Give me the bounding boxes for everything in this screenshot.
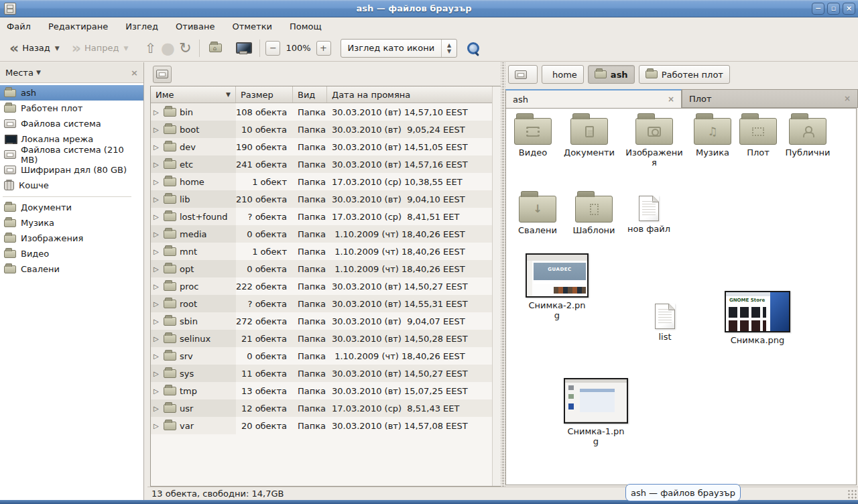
table-row[interactable]: ▷ tmp 13 обекта Папка 30.03.2010 (вт) 15…	[151, 382, 492, 399]
expander-icon[interactable]: ▷	[154, 318, 160, 325]
file-icon-item[interactable]: GUADEC Снимка-2.png	[525, 253, 589, 320]
table-row[interactable]: ▷ lost+found ? обекта Папка 17.03.2010 (…	[151, 208, 492, 225]
file-icon-item[interactable]: Видео	[513, 113, 553, 158]
pane-splitter[interactable]	[501, 62, 505, 487]
table-row[interactable]: ▷ mnt 1 обект Папка 1.10.2009 (чт) 18,40…	[151, 243, 492, 260]
expander-icon[interactable]: ▷	[154, 178, 160, 186]
home-button[interactable]: ⌂	[205, 42, 226, 54]
vertical-scrollbar[interactable]	[492, 86, 501, 486]
table-row[interactable]: ▷ lib 210 обекта Папка 30.03.2010 (вт) 9…	[151, 190, 492, 208]
zoom-out-button[interactable]: −	[265, 41, 280, 56]
file-icon-item[interactable]: Плот	[739, 113, 777, 158]
table-row[interactable]: ▷ sbin 272 обекта Папка 30.03.2010 (вт) …	[151, 312, 492, 330]
table-row[interactable]: ▷ home 1 обект Папка 17.03.2010 (ср) 10,…	[151, 173, 492, 190]
file-icon-item[interactable]: ♫ Музика	[690, 113, 735, 158]
sidebar-item[interactable]: ash	[0, 85, 143, 101]
expander-icon[interactable]: ▷	[154, 196, 160, 203]
table-row[interactable]: ▷ bin 108 обекта Папка 30.03.2010 (вт) 1…	[151, 103, 492, 121]
file-icon-item[interactable]: Изображения	[625, 113, 683, 168]
table-row[interactable]: ▷ root ? обекта Папка 30.03.2010 (вт) 14…	[151, 295, 492, 312]
menu-item[interactable]: Отиване	[176, 21, 214, 32]
maximize-button[interactable]: ▫	[827, 3, 840, 15]
expander-icon[interactable]: ▷	[154, 248, 160, 255]
expander-icon[interactable]: ▷	[154, 143, 160, 151]
tab[interactable]: Плот ×	[682, 89, 858, 108]
menu-item[interactable]: Изглед	[125, 21, 158, 32]
column-header-date[interactable]: Дата на промяна	[327, 86, 492, 103]
table-row[interactable]: ▷ sys 11 обекта Папка 30.03.2010 (вт) 14…	[151, 365, 492, 382]
file-icon-item[interactable]: ↓ Свалени	[515, 190, 560, 235]
view-mode-spinner-icon[interactable]: ▲▼	[442, 42, 456, 54]
expander-icon[interactable]: ▷	[154, 161, 160, 168]
computer-button[interactable]	[231, 40, 254, 56]
sidebar-item[interactable]: Документи	[0, 200, 143, 215]
path-button[interactable]: home	[542, 65, 584, 84]
sidebar-item[interactable]: Файлова система (210 MB)	[0, 147, 143, 162]
table-row[interactable]: ▷ var 20 обекта Папка 30.03.2010 (вт) 14…	[151, 417, 492, 434]
sidebar-item[interactable]: Работен плот	[0, 101, 143, 116]
column-header-size[interactable]: Размер	[236, 86, 293, 103]
sidebar-item[interactable]: Изображения	[0, 231, 143, 246]
back-dropdown-icon[interactable]: ▼	[55, 45, 60, 52]
expander-icon[interactable]: ▷	[154, 231, 160, 238]
places-selector[interactable]: Места	[5, 68, 34, 78]
taskbar-window-button[interactable]: ash — файлов браузър	[625, 484, 741, 501]
table-row[interactable]: ▷ srv 0 обекта Папка 1.10.2009 (чт) 18,4…	[151, 347, 492, 365]
reload-icon[interactable]: ↻	[176, 40, 194, 56]
sidebar-item[interactable]: Свалени	[0, 261, 143, 277]
back-button[interactable]: « Назад ▼	[5, 40, 64, 56]
file-icon-item[interactable]: Снимка-1.png	[562, 378, 629, 446]
places-chevron-icon[interactable]: ▼	[36, 69, 41, 76]
icon-view-canvas[interactable]: Видео Документи Изображения	[505, 108, 857, 485]
forward-button[interactable]: » Напред ▼	[68, 40, 133, 56]
file-icon-item[interactable]: list	[644, 300, 686, 342]
file-icon-item[interactable]: Публични	[782, 113, 833, 158]
sidebar-item[interactable]: Шифриран дял (80 GB)	[0, 162, 143, 178]
expander-icon[interactable]: ▷	[154, 370, 160, 377]
column-header-name[interactable]: Име ▼	[151, 86, 236, 103]
table-row[interactable]: ▷ proc 222 обекта Папка 30.03.2010 (вт) …	[151, 277, 492, 295]
menu-item[interactable]: Файл	[7, 21, 31, 32]
expander-icon[interactable]: ▷	[154, 422, 160, 430]
sidebar-item[interactable]: Кошче	[0, 178, 143, 193]
zoom-in-button[interactable]: +	[316, 41, 331, 56]
sidebar-item[interactable]: Видео	[0, 246, 143, 261]
menu-item[interactable]: Отметки	[232, 21, 271, 32]
expander-icon[interactable]: ▷	[154, 387, 160, 395]
table-row[interactable]: ▷ usr 12 обекта Папка 17.03.2010 (ср) 8,…	[151, 399, 492, 417]
expander-icon[interactable]: ▷	[154, 126, 160, 133]
close-button[interactable]: ×	[843, 3, 855, 15]
expander-icon[interactable]: ▷	[154, 109, 160, 116]
table-row[interactable]: ▷ boot 10 обекта Папка 30.03.2010 (вт) 9…	[151, 121, 492, 138]
file-icon-item[interactable]: нов файл	[627, 192, 671, 234]
menu-item[interactable]: Помощ	[290, 21, 322, 32]
table-row[interactable]: ▷ selinux 21 обекта Папка 30.03.2010 (вт…	[151, 330, 492, 347]
file-icon-item[interactable]: GNOME Store Снимка.png	[723, 291, 792, 345]
minimize-button[interactable]: −	[812, 3, 824, 15]
expander-icon[interactable]: ▷	[154, 213, 160, 220]
expander-icon[interactable]: ▷	[154, 300, 160, 308]
places-close-icon[interactable]: ×	[131, 68, 138, 78]
sidebar-item[interactable]: Музика	[0, 215, 143, 231]
table-row[interactable]: ▷ dev 190 обекта Папка 30.03.2010 (вт) 1…	[151, 138, 492, 155]
up-icon[interactable]: ⇧	[141, 40, 159, 56]
view-mode-select[interactable]: Изглед като икони ▲▼	[341, 39, 458, 58]
expander-icon[interactable]: ▷	[154, 265, 160, 273]
expander-icon[interactable]: ▷	[154, 405, 160, 412]
table-row[interactable]: ▷ media 0 обекта Папка 1.10.2009 (чт) 18…	[151, 225, 492, 243]
sidebar-item[interactable]	[0, 193, 143, 200]
expander-icon[interactable]: ▷	[154, 353, 160, 360]
path-button[interactable]	[508, 65, 538, 84]
root-path-button[interactable]	[153, 66, 172, 83]
search-icon[interactable]	[467, 42, 480, 55]
tab-close-icon[interactable]: ×	[668, 94, 674, 104]
file-icon-item[interactable]: Документи	[557, 113, 621, 158]
path-button[interactable]: ash	[588, 65, 635, 84]
table-row[interactable]: ▷ etc 241 обекта Папка 30.03.2010 (вт) 1…	[151, 155, 492, 173]
resize-grip[interactable]	[847, 489, 857, 499]
sidebar-item[interactable]: Файлова система	[0, 116, 143, 131]
file-icon-item[interactable]: Шаблони	[570, 190, 617, 235]
path-button[interactable]: Работен плот	[639, 65, 730, 84]
column-header-kind[interactable]: Вид	[293, 86, 327, 103]
expander-icon[interactable]: ▷	[154, 335, 160, 342]
